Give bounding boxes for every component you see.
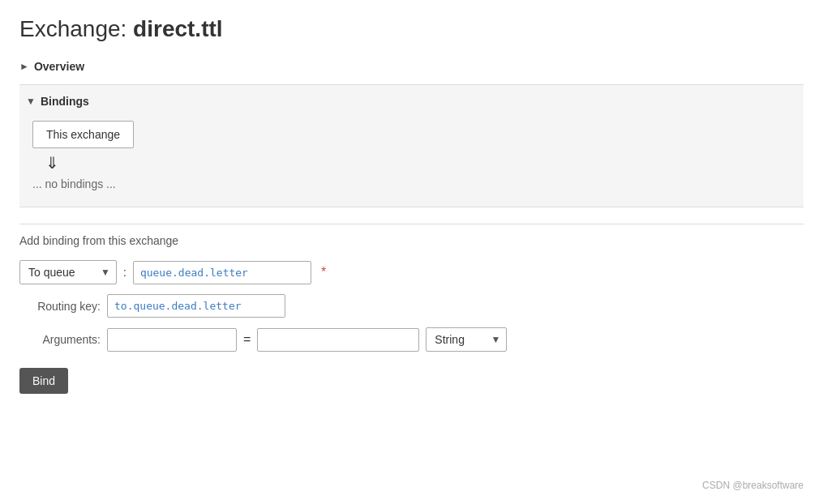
equals-sign: = (243, 332, 251, 347)
required-star: * (321, 265, 326, 280)
overview-label: Overview (34, 60, 84, 73)
overview-section: ► Overview (19, 55, 804, 78)
add-binding-title: Add binding from this exchange (19, 224, 804, 247)
bind-button[interactable]: Bind (19, 368, 68, 394)
type-select-wrapper: String Number Boolean ▼ (426, 327, 507, 352)
overview-toggle[interactable]: ► Overview (19, 55, 804, 78)
add-binding-section: Add binding from this exchange To queue … (19, 224, 804, 394)
type-select[interactable]: String Number Boolean (426, 327, 507, 352)
bindings-section: ▼ Bindings This exchange ⇓ ... no bindin… (19, 84, 804, 207)
routing-key-row: Routing key: (19, 294, 804, 318)
page-title: Exchange: direct.ttl (19, 16, 804, 42)
overview-triangle-icon: ► (19, 61, 29, 72)
argument-key-input[interactable] (107, 328, 237, 352)
bindings-content: This exchange ⇓ ... no bindings ... (19, 111, 804, 200)
arguments-row: Arguments: = String Number Boolean ▼ (19, 327, 804, 352)
routing-key-input[interactable] (107, 294, 285, 318)
no-bindings-text: ... no bindings ... (32, 177, 791, 190)
destination-row: To queue To exchange ▼ : * (19, 260, 804, 284)
destination-colon: : (123, 266, 126, 279)
destination-select[interactable]: To queue To exchange (19, 260, 117, 284)
bindings-toggle[interactable]: ▼ Bindings (19, 92, 804, 111)
bindings-triangle-icon: ▼ (26, 96, 36, 107)
argument-value-input[interactable] (257, 328, 419, 352)
arguments-label: Arguments: (19, 333, 101, 346)
down-arrow-icon: ⇓ (45, 155, 791, 171)
queue-input[interactable] (133, 261, 311, 284)
footer-watermark: CSDN @breaksoftware (702, 480, 804, 491)
bindings-label: Bindings (41, 95, 89, 108)
routing-key-label: Routing key: (19, 300, 101, 313)
exchange-box: This exchange (32, 121, 134, 148)
destination-select-wrapper: To queue To exchange ▼ (19, 260, 117, 284)
